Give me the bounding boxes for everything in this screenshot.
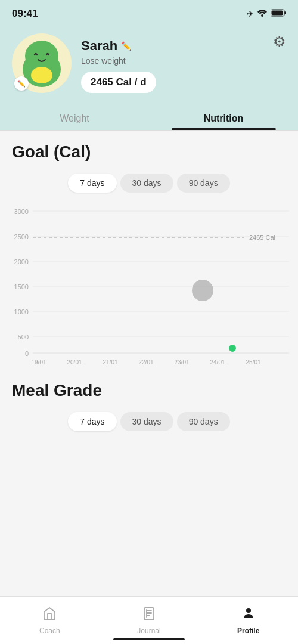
svg-point-0 — [261, 14, 263, 17]
nav-journal[interactable]: Journal — [100, 597, 199, 644]
bottom-nav: Coach Journal Profile — [0, 596, 298, 644]
profile-info: Sarah ✏️ Lose weight 2465 Cal / d — [81, 33, 286, 93]
avatar-edit-button[interactable]: ✏️ — [14, 76, 29, 91]
goal-period-90days[interactable]: 90 days — [177, 174, 230, 193]
meal-period-90days[interactable]: 90 days — [177, 412, 230, 431]
svg-text:19/01: 19/01 — [31, 359, 46, 366]
svg-text:21/01: 21/01 — [103, 359, 117, 366]
profile-icon — [241, 606, 256, 624]
nav-coach[interactable]: Coach — [0, 597, 100, 644]
meal-period-selector: 7 days 30 days 90 days — [0, 412, 298, 431]
main-content: Goal (Cal) 7 days 30 days 90 days 3000 2… — [0, 131, 298, 593]
wifi-icon — [257, 9, 267, 18]
goal-section-title: Goal (Cal) — [0, 131, 298, 168]
coach-label: Coach — [39, 627, 60, 635]
svg-text:25/01: 25/01 — [246, 359, 260, 366]
tab-nutrition[interactable]: Nutrition — [149, 105, 298, 130]
svg-text:0: 0 — [25, 350, 29, 357]
goal-chart: 3000 2500 2000 1500 1000 500 0 2465 Cal — [6, 202, 292, 369]
home-indicator — [113, 638, 185, 640]
svg-text:1500: 1500 — [14, 283, 29, 290]
svg-text:23/01: 23/01 — [174, 359, 189, 366]
svg-point-30 — [192, 280, 213, 301]
svg-text:500: 500 — [18, 333, 29, 340]
profile-label: Profile — [237, 627, 259, 635]
svg-point-31 — [229, 345, 236, 352]
svg-text:2500: 2500 — [14, 233, 29, 240]
nav-profile[interactable]: Profile — [198, 597, 298, 644]
status-bar: 09:41 ✈ — [0, 0, 298, 26]
tabs-container: Weight Nutrition — [0, 105, 298, 131]
goal-period-30days[interactable]: 30 days — [120, 174, 173, 193]
goal-cal-section: Goal (Cal) 7 days 30 days 90 days 3000 2… — [0, 131, 298, 369]
svg-text:24/01: 24/01 — [210, 359, 225, 366]
svg-text:20/01: 20/01 — [67, 359, 82, 366]
meal-grade-title: Meal Grade — [0, 369, 298, 406]
meal-grade-section: Meal Grade 7 days 30 days 90 days — [0, 369, 298, 447]
svg-text:22/01: 22/01 — [138, 359, 153, 366]
journal-icon — [142, 606, 156, 624]
journal-label: Journal — [137, 627, 160, 635]
svg-text:2000: 2000 — [14, 258, 29, 265]
coach-icon — [42, 606, 57, 624]
avatar-container: ✏️ — [12, 33, 72, 93]
tab-weight[interactable]: Weight — [0, 105, 149, 130]
meal-period-30days[interactable]: 30 days — [120, 412, 173, 431]
edit-name-icon[interactable]: ✏️ — [121, 41, 131, 51]
status-time: 09:41 — [12, 8, 38, 20]
battery-icon — [271, 9, 286, 18]
calorie-badge: 2465 Cal / d — [81, 72, 156, 93]
status-icons: ✈ — [247, 9, 286, 18]
svg-rect-3 — [272, 11, 283, 16]
profile-name: Sarah — [81, 38, 117, 54]
header-section: ✏️ Sarah ✏️ Lose weight 2465 Cal / d ⚙ — [0, 26, 298, 105]
svg-rect-32 — [144, 608, 154, 620]
svg-point-37 — [246, 608, 251, 613]
settings-button[interactable]: ⚙ — [273, 33, 286, 50]
goal-period-7days[interactable]: 7 days — [68, 174, 116, 193]
svg-text:1000: 1000 — [14, 308, 29, 315]
svg-text:3000: 3000 — [14, 208, 29, 215]
svg-text:2465 Cal: 2465 Cal — [249, 234, 275, 241]
svg-point-6 — [31, 67, 52, 83]
goal-period-selector: 7 days 30 days 90 days — [0, 174, 298, 193]
profile-goal: Lose weight — [81, 56, 286, 66]
profile-name-row: Sarah ✏️ — [81, 38, 286, 54]
meal-period-7days[interactable]: 7 days — [68, 412, 116, 431]
svg-rect-2 — [285, 11, 287, 14]
airplane-icon: ✈ — [247, 9, 254, 18]
